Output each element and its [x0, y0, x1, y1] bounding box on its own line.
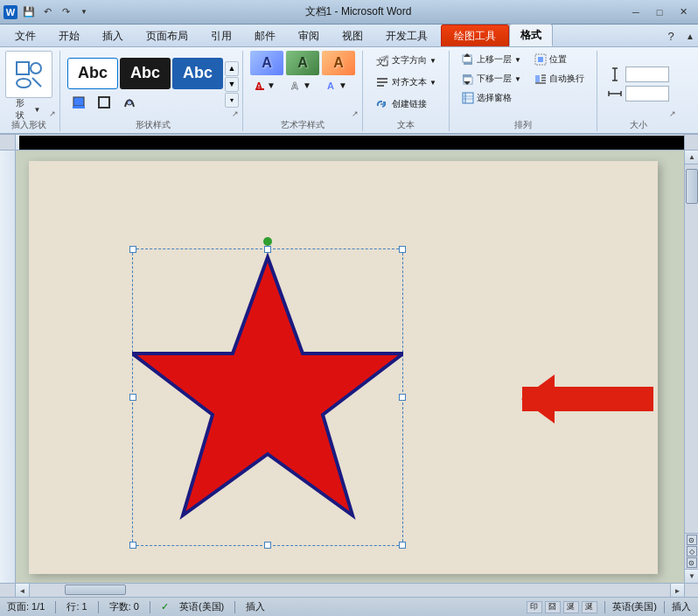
svg-rect-40 [19, 136, 684, 150]
ribbon-help[interactable]: ? [663, 28, 679, 44]
status-sep-2 [98, 601, 99, 613]
status-insert-right: 插入 [672, 600, 691, 613]
scroll-page-up[interactable]: ⊙ [687, 535, 697, 545]
view-web-btn[interactable]: 涎 [563, 601, 579, 613]
style-more[interactable]: ▾ [225, 93, 239, 108]
style-next[interactable]: ▼ [225, 77, 239, 92]
status-sep-6 [664, 601, 665, 613]
status-sep-1 [55, 601, 56, 613]
scroll-right-btn[interactable]: ► [670, 584, 684, 597]
quick-access-toolbar: 💾 ↶ ↷ ▼ [21, 4, 92, 20]
width-input[interactable] [625, 86, 669, 102]
svg-rect-9 [255, 88, 264, 90]
svg-line-3 [32, 78, 41, 87]
status-lang-right: 英语(美国) [612, 600, 657, 613]
star-svg [132, 248, 403, 546]
status-check-icon: ✓ [161, 601, 169, 612]
tab-developer[interactable]: 开发工具 [374, 24, 439, 46]
view-full-btn[interactable]: 囧 [545, 601, 561, 613]
status-sep-5 [604, 601, 605, 613]
art-style-1[interactable]: A [250, 51, 283, 75]
scroll-bottom-corner-left [0, 583, 16, 597]
position-btn[interactable]: 位置 [529, 51, 590, 68]
tab-reference[interactable]: 引用 [199, 24, 243, 46]
title-bar: W 💾 ↶ ↷ ▼ 文档1 - Microsoft Word ─ □ ✕ [0, 0, 698, 24]
group-size: ↗ 大小 [604, 51, 680, 131]
style-sample-dark[interactable]: Abc [120, 58, 171, 89]
align-text-btn[interactable]: 对齐文本▼ [370, 73, 442, 92]
ruler-vertical [0, 150, 16, 583]
group-shape-style-expand[interactable]: ↗ [230, 108, 241, 119]
svg-text:方: 方 [385, 54, 389, 60]
move-up-btn[interactable]: 上移一层▼ [457, 51, 527, 68]
scroll-left-btn[interactable]: ◄ [16, 584, 30, 597]
save-button[interactable]: 💾 [21, 4, 37, 20]
height-input[interactable] [625, 66, 669, 82]
svg-point-2 [17, 79, 31, 88]
tab-mail[interactable]: 邮件 [243, 24, 287, 46]
art-effect-btn[interactable]: A ▼ [322, 77, 355, 93]
scroll-down-btn[interactable]: ▼ [685, 569, 698, 583]
view-outline-btn[interactable]: 涎 [582, 601, 597, 613]
text-direction-btn[interactable]: 文字方 文字方向▼ [370, 51, 442, 70]
qa-dropdown[interactable]: ▼ [76, 4, 92, 20]
shape-dropdown[interactable]: ▼ [30, 102, 45, 117]
tab-drawing-tool[interactable]: 绘图工具 [441, 24, 509, 46]
ribbon-tabs: 文件 开始 插入 页面布局 引用 邮件 审阅 视图 开发工具 绘图工具 格式 ?… [0, 24, 698, 47]
tab-review[interactable]: 审阅 [287, 24, 331, 46]
scroll-page-select[interactable]: ◇ [687, 546, 697, 556]
art-border-btn[interactable]: A ▼ [286, 77, 319, 93]
status-page: 页面: 1/1 [7, 600, 45, 613]
svg-rect-6 [99, 97, 109, 108]
effect-btn[interactable] [118, 94, 141, 111]
view-print-btn[interactable]: 印 [527, 601, 542, 613]
style-prev[interactable]: ▲ [225, 61, 239, 76]
group-art-style-expand[interactable]: ↗ [350, 108, 360, 119]
svg-point-7 [127, 100, 132, 105]
auto-wrap-btn[interactable]: 自动换行 [529, 70, 590, 88]
star-shape[interactable] [132, 248, 403, 546]
group-art-style: A A A A ▼ A ▼ A ▼ [250, 51, 363, 131]
group-insert-shape-expand[interactable]: ↗ [47, 108, 58, 119]
svg-rect-4 [73, 97, 84, 106]
scrollbar-vertical: ▲ ⊙ ◇ ⊙ ▼ [684, 150, 698, 583]
status-right: 印 囧 涎 涎 英语(美国) 插入 [527, 600, 691, 613]
art-fill-btn[interactable]: A ▼ [250, 77, 283, 93]
create-link-btn[interactable]: 创建链接 [370, 94, 432, 114]
scroll-up-btn[interactable]: ▲ [685, 150, 698, 164]
redo-button[interactable]: ↷ [58, 4, 73, 20]
shape-btn[interactable]: 形状 [13, 102, 29, 117]
tab-page-layout[interactable]: 页面布局 [135, 24, 199, 46]
close-button[interactable]: ✕ [672, 4, 695, 21]
tab-start[interactable]: 开始 [47, 24, 91, 46]
tab-view[interactable]: 视图 [331, 24, 374, 46]
move-down-btn[interactable]: 下移一层▼ [457, 70, 527, 88]
group-shape-style-label: 形状样式 [136, 117, 171, 131]
arrow-shape[interactable] [522, 387, 653, 411]
style-sample-blue[interactable]: Abc [172, 58, 223, 89]
status-lang: 英语(美国) [179, 600, 224, 613]
rotate-handle[interactable] [263, 237, 272, 246]
svg-marker-41 [132, 257, 403, 515]
group-size-expand[interactable]: ↗ [667, 108, 678, 119]
tab-format[interactable]: 格式 [509, 24, 553, 46]
group-text: 文字方 文字方向▼ 对齐文本▼ 创建链接 文本 [370, 51, 450, 131]
art-style-2[interactable]: A [286, 51, 319, 75]
scroll-thumb-v[interactable] [686, 169, 698, 204]
art-style-3[interactable]: A [322, 51, 355, 75]
svg-rect-28 [538, 57, 543, 62]
undo-button[interactable]: ↶ [39, 4, 55, 20]
fill-btn[interactable] [67, 94, 90, 111]
minimize-button[interactable]: ─ [625, 4, 647, 21]
scroll-thumb-h[interactable] [65, 584, 126, 595]
scroll-page-down[interactable]: ⊙ [687, 557, 697, 568]
shape-insert-area[interactable] [5, 51, 52, 98]
maximize-button[interactable]: □ [648, 4, 671, 21]
group-arrange: 上移一层▼ 下移一层▼ 选择窗格 [457, 51, 597, 131]
style-sample-light[interactable]: Abc [67, 58, 118, 89]
selection-pane-btn[interactable]: 选择窗格 [457, 89, 527, 107]
ribbon-minimize[interactable]: ▲ [682, 28, 698, 44]
tab-insert[interactable]: 插入 [91, 24, 135, 46]
border-btn[interactable] [93, 94, 115, 111]
tab-file[interactable]: 文件 [3, 24, 47, 46]
